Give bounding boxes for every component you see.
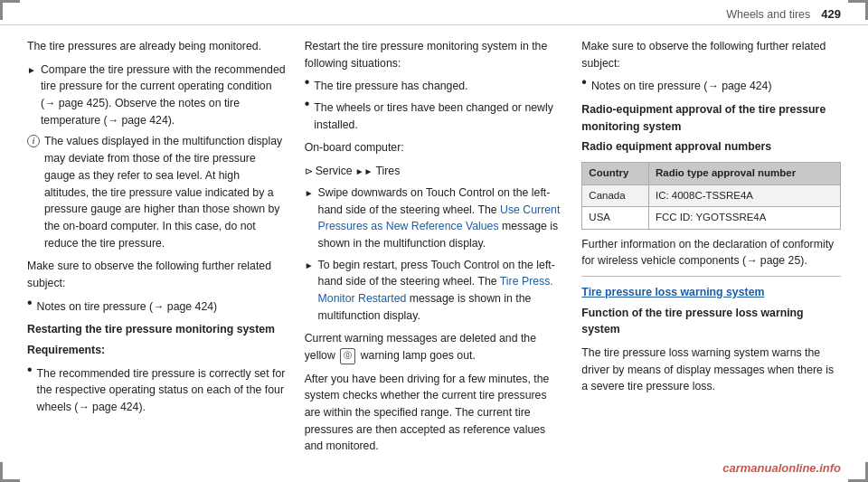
col1-note-text: Notes on tire pressure (→ page 424): [37, 298, 218, 316]
dot-icon-4: •: [305, 97, 310, 111]
table-cell-usa-country: USA: [582, 207, 649, 229]
col2-sit-2-text: The wheels or tires have been changed or…: [314, 99, 563, 133]
col2-step-press: ► To begin restart, press Touch Control …: [305, 257, 564, 325]
tire-press-restarted-link[interactable]: Tire Press. Monitor Restarted: [318, 275, 553, 305]
requirements-heading: Requirements:: [27, 342, 287, 359]
section-divider: [581, 276, 841, 277]
col1-para1: The tire pressures are already being mon…: [27, 38, 287, 55]
nav-start-icon: ⊳: [305, 164, 313, 179]
dot-icon-3: •: [305, 75, 310, 90]
corner-decoration-tr: [848, 0, 868, 20]
col1-observe-text: Make sure to observe the following furth…: [27, 258, 287, 291]
col3-note-item: • Notes on tire pressure (→ page 424): [581, 78, 841, 95]
requirements-list: • The recommended tire pressure is corre…: [27, 365, 287, 416]
table-row-usa: USA FCC ID: YGOTSSRE4A: [582, 207, 841, 229]
requirement-item: • The recommended tire pressure is corre…: [27, 365, 287, 416]
use-current-pressures-link[interactable]: Use Current Pressures as New Reference V…: [318, 203, 561, 233]
info-icon: i: [27, 135, 40, 147]
col2-onboard-label: On-board computer:: [305, 139, 564, 156]
col2-after-text: After you have been driving for a few mi…: [305, 371, 564, 455]
col1-bullet-info: i The values displayed in the multifunct…: [27, 133, 287, 251]
col1-note-list: • Notes on tire pressure (→ page 424): [27, 298, 287, 316]
table-row-canada: Canada IC: 4008C-TSSRE4A: [582, 184, 841, 206]
col1-bullet-compare: ► Compare the tire pressure with the rec…: [27, 61, 287, 129]
header-page-number: 429: [821, 7, 841, 21]
dot-icon-1: •: [27, 296, 33, 310]
watermark: carmanualonline.info: [722, 461, 841, 475]
nav-tires-label: Tires: [375, 163, 400, 180]
col3-note-text: Notes on tire pressure (→ page 424): [591, 78, 772, 95]
dot-icon-2: •: [27, 363, 33, 377]
arrow-icon-1: ►: [27, 63, 36, 77]
col2-sit-1: • The tire pressure has changed.: [305, 78, 564, 95]
approval-numbers-heading: Radio equipment approval numbers: [581, 138, 841, 156]
dot-icon-5: •: [581, 75, 587, 90]
col1-note-item: • Notes on tire pressure (→ page 424): [27, 298, 287, 316]
main-content: The tire pressures are already being mon…: [0, 25, 868, 474]
radio-approval-heading: Radio-equipment approval of the tire pre…: [581, 101, 841, 135]
table-header-country: Country: [582, 163, 649, 184]
nav-service-label: Service: [316, 163, 353, 180]
col2-step-swipe: ► Swipe downwards on Touch Control on th…: [305, 184, 564, 252]
arrow-icon-2: ►: [305, 186, 314, 200]
corner-decoration-br: [848, 462, 868, 482]
page-header: Wheels and tires 429: [0, 0, 868, 25]
function-heading: Function of the tire pressure loss warni…: [581, 305, 841, 338]
column-1: The tire pressures are already being mon…: [27, 38, 296, 461]
col2-steps-list: ► Swipe downwards on Touch Control on th…: [305, 184, 564, 325]
col2-intro: Restart the tire pressure monitoring sys…: [305, 38, 564, 71]
col1-compare-text: Compare the tire pressure with the recom…: [41, 61, 287, 129]
col2-press-text: To begin restart, press Touch Control on…: [318, 257, 564, 325]
corner-decoration-bl: [0, 462, 20, 482]
col3-further-text: Further information on the declaration o…: [581, 236, 841, 269]
page-container: Wheels and tires 429 The tire pressures …: [0, 0, 868, 482]
col2-swipe-text: Swipe downwards on Touch Control on the …: [318, 184, 564, 252]
arrow-icon-3: ►: [305, 259, 314, 272]
nav-arrow-icon: ►►: [355, 165, 373, 178]
column-2: Restart the tire pressure monitoring sys…: [296, 38, 573, 461]
table-cell-usa-number: FCC ID: YGOTSSRE4A: [648, 207, 840, 229]
col2-sit-1-text: The tire pressure has changed.: [314, 78, 467, 95]
tire-loss-heading: Tire pressure loss warning system: [581, 284, 841, 301]
col3-intro: Make sure to observe the following furth…: [581, 38, 841, 71]
col1-section-heading1: Restarting the tire pressure monitoring …: [27, 321, 287, 415]
col2-situations-list: • The tire pressure has changed. • The w…: [305, 78, 564, 133]
header-title: Wheels and tires: [726, 8, 810, 21]
table-cell-canada-number: IC: 4008C-TSSRE4A: [648, 184, 840, 206]
warning-lamp-icon: ⓪: [340, 348, 355, 364]
col2-warning-text: Current warning messages are deleted and…: [305, 330, 564, 364]
col1-info-text: The values displayed in the multifunctio…: [44, 133, 287, 251]
col3-note-list: • Notes on tire pressure (→ page 424): [581, 78, 841, 95]
col2-sit-2: • The wheels or tires have been changed …: [305, 99, 564, 133]
approval-table: Country Radio type approval number Canad…: [581, 162, 841, 229]
table-cell-canada-country: Canada: [582, 184, 649, 206]
table-header-approval: Radio type approval number: [648, 163, 840, 184]
corner-decoration-tl: [0, 0, 20, 20]
column-3: Make sure to observe the following furth…: [572, 38, 841, 461]
requirement-text: The recommended tire pressure is correct…: [37, 365, 287, 416]
col1-bullet-list: ► Compare the tire pressure with the rec…: [27, 61, 287, 252]
onboard-nav: ⊳ Service ►► Tires: [305, 163, 564, 180]
restarting-heading: Restarting the tire pressure monitoring …: [27, 321, 287, 338]
function-text: The tire pressure loss warning system wa…: [581, 345, 841, 395]
